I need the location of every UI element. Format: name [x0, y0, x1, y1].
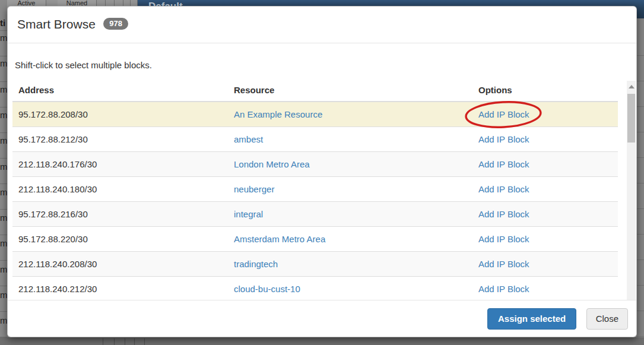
options-cell: Add IP Block [472, 277, 618, 300]
table-row[interactable]: 95.172.88.212/30 ambest Add IP Block [12, 127, 618, 152]
background-text-fragment: m [0, 33, 7, 43]
scroll-up-button[interactable] [627, 83, 636, 91]
close-button[interactable]: Close [586, 308, 628, 330]
count-badge: 978 [103, 18, 128, 30]
address-cell: 95.172.88.220/30 [12, 227, 228, 252]
background-text-fragment: m [0, 315, 7, 325]
background-text-fragment: m [0, 213, 7, 223]
address-value: 212.118.240.176/30 [18, 159, 97, 169]
background-text-fragment: m [0, 238, 7, 248]
resource-link[interactable]: tradingtech [234, 259, 278, 269]
background-text-fragment: m [0, 290, 7, 300]
address-value: 95.172.88.208/30 [18, 109, 88, 119]
address-value: 212.118.240.180/30 [18, 184, 97, 194]
table-row[interactable]: 95.172.88.208/30 An Example Resource Add… [12, 102, 618, 127]
dialog-header: Smart Browse 978 [8, 7, 636, 43]
resource-link[interactable]: Amsterdam Metro Area [234, 234, 325, 244]
add-ip-block-link[interactable]: Add IP Block [478, 284, 529, 294]
dialog-body: Shift-click to select multiple blocks. A… [8, 43, 636, 300]
table-row[interactable]: 95.172.88.220/30 Amsterdam Metro Area Ad… [12, 227, 618, 252]
vertical-scrollbar[interactable] [627, 81, 636, 300]
resource-link[interactable]: cloud-bu-cust-10 [234, 284, 300, 294]
dialog-footer: Assign selected Close [8, 300, 636, 337]
address-cell: 95.172.88.212/30 [12, 127, 228, 152]
add-ip-block-link[interactable]: Add IP Block [478, 209, 529, 219]
resource-cell: neuberger [228, 177, 472, 202]
background-bottom-edge [0, 337, 644, 345]
options-cell: Add IP Block [472, 177, 618, 202]
column-header-resource: Resource [228, 80, 472, 102]
resource-cell: tradingtech [228, 252, 472, 277]
options-cell: Add IP Block [472, 152, 618, 177]
table-row[interactable]: 212.118.240.212/30 cloud-bu-cust-10 Add … [12, 277, 618, 300]
table-body: 95.172.88.208/30 An Example Resource Add… [12, 102, 618, 300]
options-cell: Add IP Block [472, 252, 618, 277]
options-cell: Add IP Block [472, 227, 618, 252]
column-header-address: Address [12, 80, 228, 102]
resource-link[interactable]: ambest [234, 134, 263, 144]
address-cell: 95.172.88.208/30 [12, 102, 228, 127]
resource-link[interactable]: integral [234, 209, 263, 219]
background-text-fragment: m [0, 84, 7, 94]
add-ip-block-link[interactable]: Add IP Block [478, 234, 529, 244]
background-text-fragment: m [0, 187, 7, 197]
help-text: Shift-click to select multiple blocks. [15, 59, 632, 71]
background-text-fragment: m [0, 162, 7, 172]
add-ip-block-link[interactable]: Add IP Block [478, 109, 529, 119]
dialog-title: Smart Browse [17, 17, 96, 31]
table-row[interactable]: 212.118.240.208/30 tradingtech Add IP Bl… [12, 252, 618, 277]
address-cell: 212.118.240.180/30 [12, 177, 228, 202]
add-ip-block-link[interactable]: Add IP Block [478, 184, 529, 194]
add-ip-block-link[interactable]: Add IP Block [478, 134, 529, 144]
resource-cell: cloud-bu-cust-10 [228, 277, 472, 300]
options-cell: Add IP Block [472, 202, 618, 227]
scroll-up-icon [629, 85, 635, 88]
column-header-options: Options [472, 80, 618, 102]
background-text-fragment: m [0, 58, 7, 68]
add-ip-block-link[interactable]: Add IP Block [478, 259, 529, 269]
options-cell: Add IP Block [472, 127, 618, 152]
resource-link[interactable]: neuberger [234, 184, 274, 194]
scrollbar-thumb[interactable] [627, 94, 635, 143]
address-cell: 212.118.240.208/30 [12, 252, 228, 277]
address-value: 212.118.240.208/30 [18, 259, 97, 269]
resource-cell: integral [228, 202, 472, 227]
background-text-fragment: m [0, 110, 7, 120]
address-value: 212.118.240.212/30 [18, 284, 97, 294]
ip-blocks-table: Address Resource Options 95.172.88.208/3… [12, 80, 618, 300]
resource-cell: ambest [228, 127, 472, 152]
table-row[interactable]: 212.118.240.180/30 neuberger Add IP Bloc… [12, 177, 618, 202]
resource-cell: An Example Resource [228, 102, 472, 127]
resource-link[interactable]: London Metro Area [234, 159, 310, 169]
background-left-edge: ti mmmmmmmmmmmm [0, 0, 7, 345]
resource-cell: Amsterdam Metro Area [228, 227, 472, 252]
address-value: 95.172.88.212/30 [18, 134, 88, 144]
assign-selected-button[interactable]: Assign selected [487, 308, 576, 330]
resource-cell: London Metro Area [228, 152, 472, 177]
address-cell: 212.118.240.212/30 [12, 277, 228, 300]
table-row[interactable]: 212.118.240.176/30 London Metro Area Add… [12, 152, 618, 177]
address-value: 95.172.88.216/30 [18, 209, 88, 219]
table-row[interactable]: 95.172.88.216/30 integral Add IP Block [12, 202, 618, 227]
background-right-edge [637, 18, 644, 345]
address-value: 95.172.88.220/30 [18, 234, 88, 244]
background-text-fragment: m [0, 264, 7, 274]
table-header-row: Address Resource Options [12, 80, 618, 102]
resource-link[interactable]: An Example Resource [234, 109, 322, 119]
smart-browse-dialog: Smart Browse 978 Shift-click to select m… [7, 6, 637, 337]
background-text-fragment: ti [0, 18, 5, 28]
background-text-fragment: m [0, 135, 7, 145]
add-ip-block-link[interactable]: Add IP Block [478, 159, 529, 169]
address-cell: 212.118.240.176/30 [12, 152, 228, 177]
options-cell: Add IP Block [472, 102, 618, 127]
address-cell: 95.172.88.216/30 [12, 202, 228, 227]
